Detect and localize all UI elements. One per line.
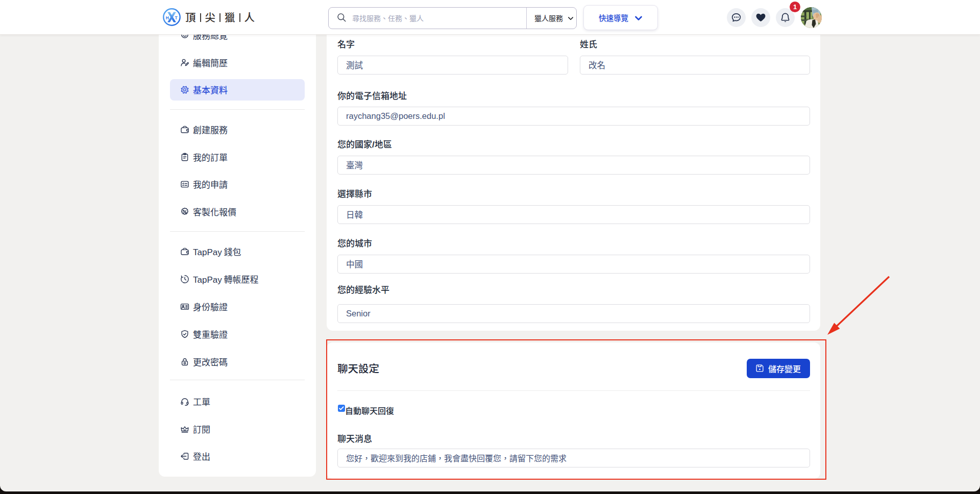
svg-text:T: T [175,15,178,20]
svg-text:H: H [166,15,169,20]
